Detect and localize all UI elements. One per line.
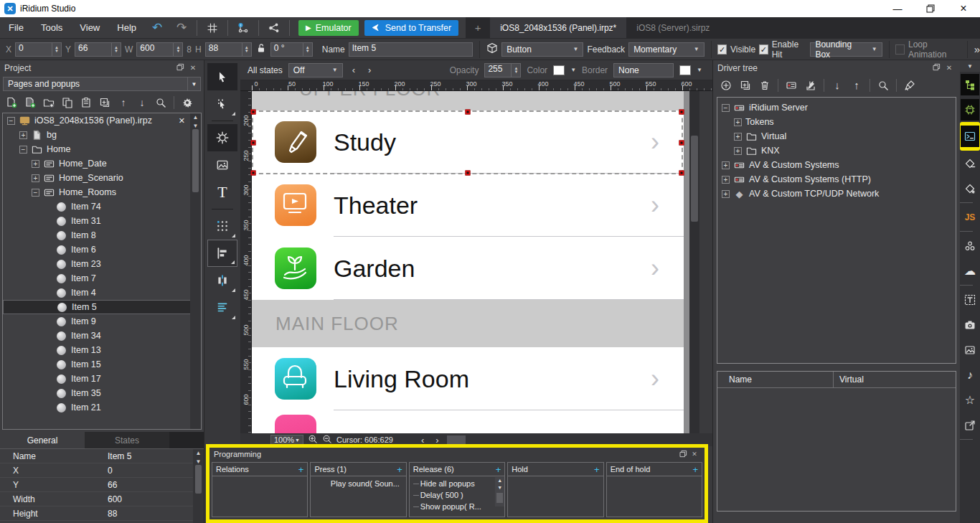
list-row-living-room[interactable]: Living Room› (252, 347, 684, 410)
add-driver-button[interactable] (717, 77, 735, 93)
close-panel-icon[interactable]: ✕ (187, 64, 199, 72)
menu-help[interactable]: Help (108, 17, 145, 38)
text-tool[interactable]: T (207, 179, 237, 206)
property-grid-scrollbar[interactable]: ▲▼ (193, 449, 204, 523)
new-tab-button[interactable]: + (466, 17, 490, 38)
float-panel-icon[interactable] (677, 450, 689, 459)
add-page-button[interactable] (3, 95, 20, 110)
project-tree-item[interactable]: −iOS8_2048x1536 (Panel).irpz✕ (3, 113, 201, 128)
driver-tree-item[interactable]: +KNX (717, 143, 956, 158)
undo-icon[interactable]: ↶ (145, 20, 169, 35)
add-action-button[interactable]: + (496, 464, 501, 475)
float-panel-icon[interactable] (930, 63, 943, 72)
tab-states[interactable]: States (85, 432, 169, 448)
redo-icon[interactable]: ↷ (169, 20, 194, 35)
cleanup-button[interactable] (901, 77, 918, 93)
list-row-theater[interactable]: Theater› (252, 174, 684, 237)
column-name[interactable]: Name (717, 372, 834, 387)
project-tree-item[interactable]: Item 4 (3, 286, 201, 300)
color-dropdown-icon[interactable]: ▼ (570, 67, 576, 73)
collapse-icon[interactable]: − (722, 104, 730, 112)
add-folder-button[interactable] (40, 95, 57, 110)
angle-input[interactable]: 0 ° (270, 42, 303, 57)
driver-tree-item[interactable]: −iRidium Server (717, 100, 956, 115)
tab-server-project[interactable]: iOS8 (Server).sirpz (626, 17, 720, 38)
add-action-button[interactable]: + (692, 464, 698, 475)
external-window-icon[interactable] (960, 413, 980, 438)
visible-checkbox[interactable]: ✓ (717, 44, 727, 55)
collapse-icon[interactable]: − (7, 117, 15, 125)
expand-icon[interactable]: + (32, 174, 39, 182)
add-action-button[interactable]: + (397, 464, 402, 475)
emulator-button[interactable]: ▶ Emulator (298, 20, 359, 36)
move-down-button[interactable]: ↓ (829, 77, 846, 93)
project-tree-item[interactable]: −Home_Rooms (3, 185, 201, 199)
close-panel-icon[interactable]: ✕ (943, 64, 956, 72)
float-panel-icon[interactable] (174, 63, 187, 72)
search-button[interactable] (152, 95, 169, 110)
project-tree-item[interactable]: Item 17 (3, 372, 201, 386)
project-tree-item[interactable]: Item 8 (3, 228, 201, 242)
canvas-vertical-scrollbar[interactable] (689, 91, 699, 433)
menu-view[interactable]: View (71, 17, 108, 38)
state-select[interactable]: Off▼ (288, 63, 343, 77)
driver-tree-item[interactable]: +Virtual (717, 129, 956, 143)
property-value[interactable]: 0 (108, 466, 204, 476)
move-up-button[interactable]: ↑ (115, 95, 132, 110)
settings-button[interactable] (179, 95, 196, 110)
type-select[interactable]: Button▼ (501, 42, 583, 57)
close-project-icon[interactable]: ✕ (179, 116, 185, 126)
collapse-icon[interactable]: − (32, 189, 39, 197)
border-dropdown-icon[interactable]: ▼ (697, 67, 702, 73)
project-tree-item[interactable]: Item 34 (3, 329, 201, 343)
project-tree-item[interactable]: Item 7 (3, 271, 201, 286)
more-tools-button[interactable]: » (974, 43, 980, 55)
grid-snap-tool[interactable] (207, 212, 237, 240)
align-tool[interactable] (207, 240, 237, 267)
server-console-icon[interactable] (960, 122, 980, 151)
expand-icon[interactable]: + (722, 161, 730, 169)
multi-select-tool[interactable] (207, 90, 237, 118)
interface-editor-icon[interactable] (960, 97, 980, 122)
expand-icon[interactable]: + (734, 118, 742, 126)
property-value[interactable]: 66 (108, 480, 204, 490)
clone-driver-button[interactable] (737, 77, 754, 93)
y-spinner[interactable]: ▲▼ (112, 42, 121, 57)
project-tree-item[interactable]: Item 21 (3, 400, 201, 415)
copy-button[interactable] (59, 95, 76, 110)
expand-icon[interactable]: + (19, 131, 27, 139)
send-to-transfer-button[interactable]: Send to Transfer (364, 20, 458, 36)
project-tree-item[interactable]: Item 31 (3, 214, 201, 228)
feedback-select[interactable]: Momentary▼ (628, 42, 704, 57)
hit-mode-select[interactable]: Bounding Box▼ (810, 42, 882, 57)
project-tree-item[interactable]: Item 35 (3, 386, 201, 400)
distribute-tool[interactable] (207, 267, 237, 294)
script-gems-icon[interactable] (960, 176, 980, 201)
paste-button[interactable] (77, 95, 95, 110)
property-value[interactable]: Item 5 (108, 451, 204, 461)
macros-icon[interactable] (960, 151, 980, 176)
property-value[interactable]: 88 (108, 509, 204, 519)
menu-file[interactable]: File (0, 17, 32, 38)
search-button[interactable] (875, 77, 892, 93)
prev-state-button[interactable]: ‹ (349, 65, 359, 75)
move-down-button[interactable]: ↓ (133, 95, 151, 110)
y-input[interactable]: 66 (75, 42, 112, 57)
h-scroll-thumb[interactable] (447, 435, 466, 444)
border-select[interactable]: None (613, 63, 674, 77)
text-align-tool[interactable] (207, 294, 237, 321)
opacity-spinner[interactable]: ▲▼ (512, 63, 521, 77)
lock-icon[interactable] (255, 42, 267, 56)
clone-button[interactable] (96, 95, 113, 110)
property-row[interactable]: Height88 (0, 506, 204, 521)
project-tree-item[interactable]: Item 23 (3, 257, 201, 271)
project-tree-item[interactable]: +Home_Scenario (3, 171, 201, 185)
menu-tools[interactable]: Tools (32, 17, 71, 38)
object-info-icon[interactable]: i (231, 22, 255, 34)
add-action-button[interactable]: + (298, 464, 304, 475)
tab-panel-project[interactable]: iOS8_2048x1536 (Panel).irpz* (490, 17, 626, 38)
x-spinner[interactable]: ▲▼ (52, 42, 62, 57)
column-scrollbar[interactable]: ▲▼ (495, 477, 504, 506)
project-tree-scrollbar[interactable]: ▲▼ (190, 113, 201, 429)
project-tree-item[interactable]: Item 5 (3, 300, 201, 314)
